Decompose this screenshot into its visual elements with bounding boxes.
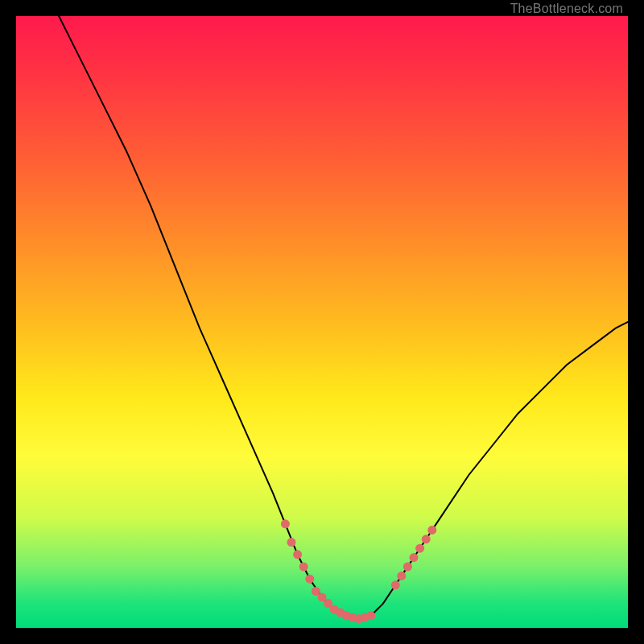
curve-marker	[299, 563, 308, 572]
curve-marker	[410, 553, 419, 562]
curve-marker	[281, 519, 290, 528]
curve-marker	[422, 535, 431, 543]
bottleneck-curve-path	[59, 16, 628, 619]
marker-group-left	[281, 519, 320, 596]
marker-group-right	[391, 526, 437, 589]
curve-marker	[305, 575, 314, 584]
curve-marker	[366, 611, 375, 620]
curve-marker	[415, 544, 424, 553]
curve-marker	[391, 580, 400, 589]
curve-marker	[403, 563, 412, 572]
chart-svg	[16, 16, 628, 628]
curve-marker	[293, 550, 302, 559]
chart-frame: TheBottleneck.com	[16, 16, 628, 628]
curve-marker	[397, 572, 406, 580]
curve-marker	[427, 526, 436, 535]
watermark-text: TheBottleneck.com	[510, 2, 623, 16]
curve-marker	[287, 538, 296, 547]
marker-group-bottom	[318, 593, 376, 624]
